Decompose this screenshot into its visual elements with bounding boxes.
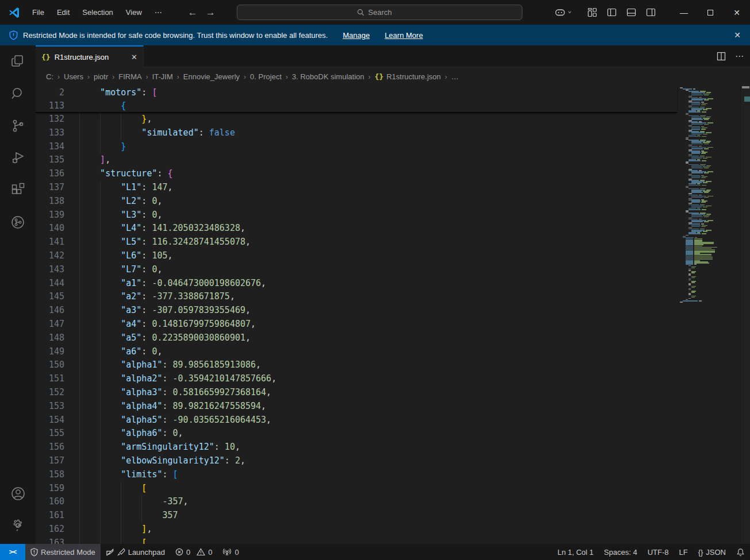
token: "limits" xyxy=(121,469,162,480)
chevron-down-icon: ˅ xyxy=(568,10,571,15)
menu-file[interactable]: File xyxy=(27,6,49,19)
scrollbar[interactable] xyxy=(740,86,750,544)
copilot-button[interactable]: ˅ xyxy=(555,8,571,17)
code-line: 147"a4": 0.14816799759864807, xyxy=(36,318,677,331)
restricted-mode-status[interactable]: Restricted Mode xyxy=(25,544,101,560)
banner-close-icon[interactable]: ✕ xyxy=(734,30,741,40)
token: { xyxy=(168,168,173,179)
encoding-status[interactable]: UTF-8 xyxy=(643,544,674,560)
run-debug-icon[interactable] xyxy=(0,142,36,174)
search-sidebar-icon[interactable] xyxy=(0,78,36,110)
remote-explorer-icon[interactable] xyxy=(0,206,36,238)
line-number: 159 xyxy=(36,482,64,496)
editor-more-actions-icon[interactable]: ⋯ xyxy=(735,51,744,61)
cursor-position[interactable]: Ln 1, Col 1 xyxy=(552,544,599,560)
language-mode[interactable]: {} JSON xyxy=(693,544,731,560)
source-control-icon[interactable] xyxy=(0,110,36,142)
token: : xyxy=(141,210,152,220)
indentation-status[interactable]: Spaces: 4 xyxy=(599,544,643,560)
token: , xyxy=(168,250,173,261)
token: "a1" xyxy=(121,278,141,288)
problems-status[interactable]: 0 0 xyxy=(170,544,217,560)
code-line: 150"alpha1": 89.9856185913086, xyxy=(36,358,677,372)
token: : xyxy=(157,168,167,179)
breadcrumb-item[interactable]: 0. Project xyxy=(250,72,282,81)
line-number: 154 xyxy=(36,414,64,427)
breadcrumb-item[interactable]: piotr xyxy=(94,72,108,81)
title-bar: FileEditSelectionView⋯ ← → ˅ xyxy=(0,0,750,25)
breadcrumb-item[interactable]: … xyxy=(451,72,459,81)
breadcrumb-item[interactable]: 3. RoboDK simulation xyxy=(292,72,364,81)
accounts-icon[interactable] xyxy=(0,477,36,509)
nav-back-icon[interactable]: ← xyxy=(188,7,198,18)
code-line: 135], xyxy=(36,153,677,167)
minimize-button[interactable]: — xyxy=(671,0,697,25)
breadcrumb-item[interactable]: IT-JIM xyxy=(152,72,173,81)
ports-status[interactable]: 0 xyxy=(217,544,244,560)
vscode-window: FileEditSelectionView⋯ ← → ˅ xyxy=(0,0,750,560)
token: : xyxy=(162,387,172,397)
menu-selection[interactable]: Selection xyxy=(77,6,118,19)
line-number: 160 xyxy=(36,495,64,509)
code-line: 140"L4": 141.2050323486328, xyxy=(36,222,677,235)
code-line: 161357 xyxy=(36,509,677,523)
token: : xyxy=(162,428,172,438)
nav-forward-icon[interactable]: → xyxy=(206,7,216,18)
customize-layout-icon[interactable] xyxy=(587,7,597,17)
line-number: 132 xyxy=(36,113,64,126)
token: , xyxy=(157,210,162,220)
tab-r1structure-json[interactable]: {} R1structure.json ✕ xyxy=(36,45,144,67)
line-number: 146 xyxy=(36,304,64,318)
search-input[interactable] xyxy=(368,8,403,17)
token: [ xyxy=(173,469,178,480)
manage-link[interactable]: Manage xyxy=(343,31,370,40)
breadcrumb-item[interactable]: Ennovie_Jewerly xyxy=(183,72,240,81)
token: ] xyxy=(100,155,105,165)
explorer-icon[interactable] xyxy=(0,45,36,78)
breadcrumb: C:›Users›piotr›FIRMA›IT-JIM›Ennovie_Jewe… xyxy=(36,67,750,86)
language-braces-icon: {} xyxy=(698,548,703,557)
breadcrumb-item[interactable]: Users xyxy=(64,72,83,81)
token: "a3" xyxy=(121,305,141,315)
line-number: 143 xyxy=(36,263,64,277)
breadcrumb-item[interactable]: FIRMA xyxy=(118,72,141,81)
menu-view[interactable]: View xyxy=(121,6,147,19)
code-editor[interactable]: 132},133"simulated": false134}135],136"s… xyxy=(36,86,750,544)
breadcrumb-item[interactable]: C: xyxy=(46,72,53,81)
token: 10 xyxy=(225,442,235,452)
close-button[interactable]: ✕ xyxy=(724,0,750,25)
token: "structure" xyxy=(100,168,157,179)
breadcrumb-item[interactable]: R1structure.json xyxy=(386,72,441,81)
line-number: 145 xyxy=(36,290,64,304)
remote-indicator[interactable]: >< xyxy=(0,544,25,560)
token: : xyxy=(141,237,152,247)
token: , xyxy=(147,114,152,124)
menu-more[interactable]: ⋯ xyxy=(149,6,167,19)
code-line: 139"L3": 0, xyxy=(36,208,677,222)
code-line: 160-357, xyxy=(36,495,677,509)
menu-edit[interactable]: Edit xyxy=(52,6,75,19)
vscode-logo-icon xyxy=(7,6,20,19)
launchpad-status[interactable]: Launchpad xyxy=(101,544,170,560)
token: [ xyxy=(152,87,157,98)
token: : xyxy=(162,373,172,384)
maximize-button[interactable] xyxy=(697,0,724,25)
tab-close-icon[interactable]: ✕ xyxy=(131,53,137,61)
sticky-scroll[interactable]: 2"motors": [113{ xyxy=(36,86,677,113)
split-editor-icon[interactable] xyxy=(717,52,726,61)
toggle-primary-sidebar-icon[interactable] xyxy=(607,7,617,17)
eol-status[interactable]: LF xyxy=(674,544,693,560)
learn-more-link[interactable]: Learn More xyxy=(384,31,422,40)
command-center-search[interactable] xyxy=(237,5,522,20)
minimap[interactable] xyxy=(677,86,740,544)
line-number: 133 xyxy=(36,126,64,140)
toggle-secondary-sidebar-icon[interactable] xyxy=(646,7,656,17)
token: "L5" xyxy=(121,237,141,247)
settings-gear-icon[interactable] xyxy=(0,509,36,542)
notifications-status[interactable] xyxy=(731,544,750,560)
toggle-panel-icon[interactable] xyxy=(626,7,636,17)
extensions-icon[interactable] xyxy=(0,174,36,206)
code-line: 159[ xyxy=(36,482,677,496)
scrollbar-slider[interactable] xyxy=(742,86,749,88)
line-number: 161 xyxy=(36,509,64,523)
